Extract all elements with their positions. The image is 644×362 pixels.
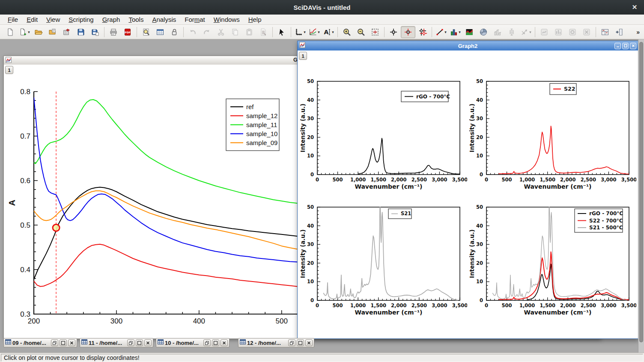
- maximize-button[interactable]: [212, 339, 219, 346]
- raman-plot-combined[interactable]: 05001,0001,5002,0002,5003,0003,500010203…: [469, 191, 636, 320]
- svg-text:2,500: 2,500: [411, 303, 427, 309]
- plot-bars-button[interactable]: ▾: [448, 26, 462, 38]
- graph1-layer-button[interactable]: 1: [5, 66, 13, 74]
- menu-graph[interactable]: Graph: [98, 15, 125, 24]
- fft-button[interactable]: [552, 26, 565, 38]
- copy-selection-button[interactable]: [228, 26, 242, 38]
- minimized-window-1[interactable]: 09 - /home/...: [3, 338, 77, 347]
- correlate-button[interactable]: [580, 26, 593, 38]
- minimized-window-3[interactable]: 10 - /home/...: [156, 338, 230, 347]
- close-button[interactable]: [68, 339, 75, 346]
- open-template-button[interactable]: [46, 26, 60, 38]
- minimized-window-4[interactable]: 12 - /home/...: [238, 338, 314, 347]
- menu-analysis[interactable]: Analysis: [148, 15, 180, 24]
- raman-plot-s21[interactable]: 05001,0001,5002,0002,5003,0003,500010203…: [300, 191, 467, 320]
- scrollbar-thumb[interactable]: [639, 42, 643, 342]
- clear-selection-button[interactable]: [256, 26, 270, 38]
- plot-area-button[interactable]: [462, 26, 476, 38]
- select-pointer-button[interactable]: [275, 26, 289, 38]
- duplicate-window-button[interactable]: [153, 26, 167, 38]
- minimize-button[interactable]: [614, 43, 621, 49]
- undo-button[interactable]: [186, 26, 200, 38]
- menu-windows[interactable]: Windows: [209, 15, 244, 24]
- maximize-button[interactable]: [622, 43, 629, 49]
- new-window-button[interactable]: ▾: [18, 26, 31, 38]
- curve-rgo-700-c[interactable]: [527, 264, 629, 300]
- add-column-button[interactable]: [612, 26, 626, 38]
- cut-selection-button[interactable]: [214, 26, 228, 38]
- app-titlebar[interactable]: SciDAVis - untitled ✕: [0, 0, 644, 15]
- curve-sample-09[interactable]: [34, 191, 297, 249]
- legend[interactable]: rGO - 700°C: [401, 91, 450, 102]
- find-window-button[interactable]: [139, 26, 153, 38]
- import-ascii-button[interactable]: [60, 26, 74, 38]
- curve-s21[interactable]: [323, 207, 458, 300]
- dropdown-arrow-icon: ▾: [304, 30, 306, 34]
- vertical-scrollbar[interactable]: [638, 39, 644, 353]
- plot-box-button[interactable]: [505, 26, 519, 38]
- data-reader-marker[interactable]: [53, 224, 60, 231]
- minimized-window-2[interactable]: 11 - /home/...: [80, 338, 153, 347]
- toolbar-overflow-button[interactable]: »: [636, 29, 641, 36]
- save-project-button[interactable]: [74, 26, 88, 38]
- open-project-button[interactable]: [32, 26, 45, 38]
- curve-ref[interactable]: [34, 187, 297, 279]
- plot-pie-button[interactable]: [477, 26, 490, 38]
- close-button[interactable]: [630, 43, 636, 49]
- curve-s22[interactable]: [499, 126, 629, 174]
- close-button[interactable]: [221, 339, 228, 346]
- arrange-layers-button[interactable]: [598, 26, 612, 38]
- draw-line-button[interactable]: ▾: [434, 26, 448, 38]
- plot-3d-bars-button[interactable]: [491, 26, 504, 38]
- maximize-button[interactable]: [297, 339, 304, 346]
- curve-sample-12[interactable]: [34, 244, 297, 287]
- close-button[interactable]: [144, 339, 152, 346]
- print-button[interactable]: [107, 26, 120, 38]
- plot-vectors-button[interactable]: ▾: [519, 26, 533, 38]
- raman-plot-rgo[interactable]: 05001,0001,5002,0002,5003,0003,500010203…: [300, 65, 467, 194]
- window-close-icon[interactable]: ✕: [630, 3, 639, 12]
- restore-button[interactable]: [288, 339, 295, 346]
- menu-file[interactable]: File: [3, 15, 22, 24]
- interpolate-button[interactable]: [537, 26, 551, 38]
- zoom-out-button[interactable]: [354, 26, 368, 38]
- add-layer-button[interactable]: ▾: [293, 26, 307, 38]
- legend-label: sample_10: [246, 130, 277, 137]
- screen-reader-button[interactable]: [387, 26, 400, 38]
- curve-style-button[interactable]: ▾: [307, 26, 321, 38]
- lock-toolbars-button[interactable]: [167, 26, 181, 38]
- menu-scripting[interactable]: Scripting: [64, 15, 98, 24]
- export-pdf-button[interactable]: PDF: [121, 26, 134, 38]
- new-project-button[interactable]: [3, 26, 17, 38]
- menu-edit[interactable]: Edit: [22, 15, 42, 24]
- graph2-titlebar[interactable]: Graph2: [298, 41, 638, 50]
- menu-format[interactable]: Format: [180, 15, 209, 24]
- close-button[interactable]: [305, 339, 313, 346]
- fit-function-button[interactable]: [566, 26, 579, 38]
- curve-rgo-700-c[interactable]: [358, 138, 460, 174]
- redo-button[interactable]: [200, 26, 214, 38]
- maximize-button[interactable]: [136, 339, 143, 346]
- maximize-button[interactable]: [60, 339, 67, 346]
- paste-selection-button[interactable]: [242, 26, 256, 38]
- legend[interactable]: refsample_12sample_11sample_10sample_09: [226, 99, 279, 151]
- uvvis-plot[interactable]: 2003004005000.30.40.50.60.70.8Arefsample…: [4, 65, 298, 338]
- data-reader-button[interactable]: [401, 26, 415, 38]
- menu-view[interactable]: View: [42, 15, 64, 24]
- restore-button[interactable]: [203, 339, 211, 346]
- zoom-in-button[interactable]: [340, 26, 354, 38]
- menu-tools[interactable]: Tools: [124, 15, 148, 24]
- graph2-layer-button[interactable]: 1: [299, 52, 307, 60]
- legend[interactable]: S21: [388, 209, 411, 219]
- add-text-button[interactable]: A▾: [322, 26, 335, 38]
- rescale-to-show-all-button[interactable]: [368, 26, 382, 38]
- legend[interactable]: S22: [550, 83, 576, 95]
- legend[interactable]: rGO - 700°CS22 - 700°CS21 - 500°C: [575, 209, 623, 232]
- save-template-button[interactable]: [88, 26, 102, 38]
- raman-plot-s22[interactable]: 05001,0001,5002,0002,5003,0003,500010203…: [469, 65, 636, 194]
- curve-s22-700-c[interactable]: [499, 252, 629, 300]
- select-data-range-button[interactable]: [416, 26, 429, 38]
- menu-help[interactable]: Help: [244, 15, 266, 24]
- restore-button[interactable]: [127, 339, 134, 346]
- restore-button[interactable]: [51, 339, 58, 346]
